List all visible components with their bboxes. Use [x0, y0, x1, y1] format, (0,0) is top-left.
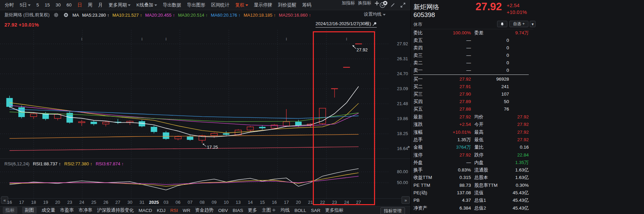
toolbar-item-label: 到价提醒 — [278, 2, 296, 8]
stat-value: 0.16 — [484, 144, 529, 151]
stat-label: 净资产 — [413, 205, 427, 212]
bottom-toolbar-item-BIAS[interactable]: BIAS — [233, 208, 243, 213]
stat-row: PB4.37总值145.43亿 — [411, 197, 533, 204]
toolbar-item-显示停牌[interactable]: 显示停牌 — [254, 2, 272, 8]
stat-label: 总手 — [413, 136, 423, 143]
ask-label: 卖五 — [413, 37, 423, 44]
bottom-toolbar: 指标副图成交量市盈率市净率沪深股通持股变化MACDKDJRSIWR资金趋势OBV… — [0, 206, 410, 214]
ask-price: — — [430, 67, 471, 74]
alert-bell-button[interactable] — [497, 21, 507, 27]
ma-settings-button[interactable]: 设置均线 — [364, 11, 386, 17]
x-axis-label: 21 — [304, 200, 317, 205]
bottom-toolbar-item-指标[interactable]: 指标 — [3, 207, 17, 214]
bottom-toolbar-item-副图[interactable]: 副图 — [22, 207, 37, 214]
bottom-toolbar-item-沪深股通持股变化[interactable]: 沪深股通持股变化 — [97, 207, 134, 213]
bottom-toolbar-item-成交量[interactable]: 成交量 — [41, 207, 55, 213]
svg-text:↕: ↕ — [165, 36, 167, 41]
toolbar-item-30[interactable]: 30 — [56, 2, 61, 7]
bid-volume: 76 — [472, 106, 509, 113]
svg-text:17.25: 17.25 — [207, 145, 218, 150]
bid-row: 买二27.91241 — [411, 83, 533, 90]
x-axis-label: 13 — [232, 200, 245, 205]
x-axis-label: 20 — [292, 200, 305, 205]
x-axis-label: 24 — [75, 200, 88, 205]
bottom-toolbar-label: 沪深股通持股变化 — [97, 207, 134, 213]
toolbar-item-label: K线叠加 — [136, 2, 153, 8]
bottom-toolbar-item-OBV[interactable]: OBV — [218, 208, 228, 213]
add-indicator-button[interactable]: 加指标 — [342, 0, 355, 6]
collapse-panel-icon[interactable]: ▶ — [408, 142, 411, 151]
stat-label: 流值 — [474, 190, 484, 196]
chevron-down-icon — [154, 4, 157, 6]
bottom-toolbar-item-市净率[interactable]: 市净率 — [79, 207, 92, 213]
bottom-toolbar-item-BOLL[interactable]: BOLL — [294, 208, 306, 213]
toolbar-item-label: 显示停牌 — [254, 2, 272, 8]
x-axis-label: 15 — [255, 200, 269, 205]
toolbar-item-复权[interactable]: 复权 — [235, 2, 248, 8]
toolbar-item-更多周期[interactable]: 更多周期 — [108, 2, 131, 8]
draw-icon[interactable] — [389, 2, 396, 9]
toolbar-item-筹码[interactable]: 筹码 — [302, 2, 311, 8]
ask-row: 卖三—0 — [411, 52, 533, 59]
add-watchlist-button[interactable]: 自选 + — [509, 21, 528, 27]
stat-value: 1.63亿 — [484, 167, 529, 174]
bottom-toolbar-label: 市净率 — [79, 207, 92, 213]
weibi-row: 委比100.00%委差9.74万 — [411, 30, 533, 36]
toolbar-item-分时[interactable]: 分时 — [5, 2, 14, 8]
toolbar-item-周[interactable]: 周 — [88, 2, 92, 8]
bottom-toolbar-item-主图[interactable]: 主图 — [262, 207, 276, 213]
scroll-right-button[interactable]: » — [402, 196, 410, 204]
bottom-toolbar-item-均线[interactable]: 均线 — [281, 207, 290, 213]
bottom-toolbar-item-RSI[interactable]: RSI — [170, 208, 178, 213]
toolbar-item-导出数据[interactable]: 导出数据 — [163, 2, 181, 8]
toolbar-item-60[interactable]: 60 — [67, 2, 72, 7]
stat-value: 45.43亿 — [484, 197, 529, 204]
toolbar-item-导出图形[interactable]: 导出图形 — [187, 2, 205, 8]
close-indicator-icon[interactable] — [383, 1, 388, 6]
toolbar-item-日[interactable]: 日 — [78, 2, 82, 8]
ma-settings-gear-icon[interactable] — [53, 12, 60, 18]
x-axis-label: 10 — [219, 200, 233, 205]
toolbar-item-月[interactable]: 月 — [98, 2, 103, 8]
stock-name: 新炬网络 — [413, 3, 439, 12]
bottom-toolbar-label: 成交量 — [41, 207, 55, 213]
bottom-toolbar-item-MACD[interactable]: MACD — [139, 208, 152, 213]
bottom-toolbar-item-资金趋势[interactable]: 资金趋势 — [195, 207, 214, 213]
x-axis-label: 23 — [328, 200, 341, 205]
bottom-toolbar-item-KDJ[interactable]: KDJ — [157, 208, 166, 213]
watchlist-dropdown-button[interactable]: ▾ — [530, 21, 536, 27]
indicator-gear-icon[interactable] — [374, 1, 379, 6]
price-axis-label: 21.48 — [390, 101, 408, 106]
toolbar-item-5[interactable]: 5 — [36, 2, 39, 7]
drag-handle-icon[interactable]: ⋮ — [409, 65, 412, 66]
stat-label: PB — [413, 197, 420, 204]
bottom-toolbar-label: 更多 — [248, 207, 257, 213]
bottom-toolbar-label: BIAS — [233, 208, 243, 213]
toolbar-item-K线叠加[interactable]: K线叠加 — [136, 2, 157, 8]
fullscreen-icon[interactable] — [400, 2, 406, 9]
bottom-toolbar-item-WR[interactable]: WR — [183, 208, 190, 213]
toolbar-item-label: 区间统计 — [211, 2, 230, 8]
candlestick-chart[interactable]: ↕↕↕↕↕17.2527.92 — [0, 30, 410, 159]
bottom-toolbar-item-更多指标[interactable]: 更多指标 — [325, 207, 343, 213]
bottom-toolbar-label: SAR — [311, 208, 321, 213]
bottom-toolbar-item-SAR[interactable]: SAR — [311, 208, 321, 213]
bottom-toolbar-label: 副图 — [25, 207, 34, 213]
ask-row: 卖一—0 — [411, 67, 533, 74]
stat-label: 金额 — [413, 144, 423, 151]
switch-indicator-button[interactable]: 换指标 — [358, 0, 371, 6]
stat-value: 27.92 — [484, 114, 529, 120]
toolbar-item-到价提醒[interactable]: 到价提醒 — [278, 2, 296, 8]
indicator-manage-button[interactable]: 指标管理 — [380, 207, 405, 214]
ma-close-icon[interactable] — [63, 12, 69, 18]
toolbar-item-label: 更多周期 — [108, 2, 127, 8]
bid-volume: 241 — [472, 83, 509, 90]
toolbar-item-15[interactable]: 15 — [45, 2, 50, 7]
toolbar-item-区间统计[interactable]: 区间统计 — [211, 2, 230, 8]
range-selector[interactable]: 2024/12/16-2025/1/27(30根) — [316, 21, 377, 28]
bottom-toolbar-item-更多[interactable]: 更多 — [248, 207, 257, 213]
stat-row: 金额3764万量比0.16 — [411, 144, 533, 151]
x-axis-label: 31 — [135, 200, 149, 205]
bottom-toolbar-item-市盈率[interactable]: 市盈率 — [60, 207, 74, 213]
toolbar-item-5日[interactable]: 5日 — [20, 2, 31, 8]
